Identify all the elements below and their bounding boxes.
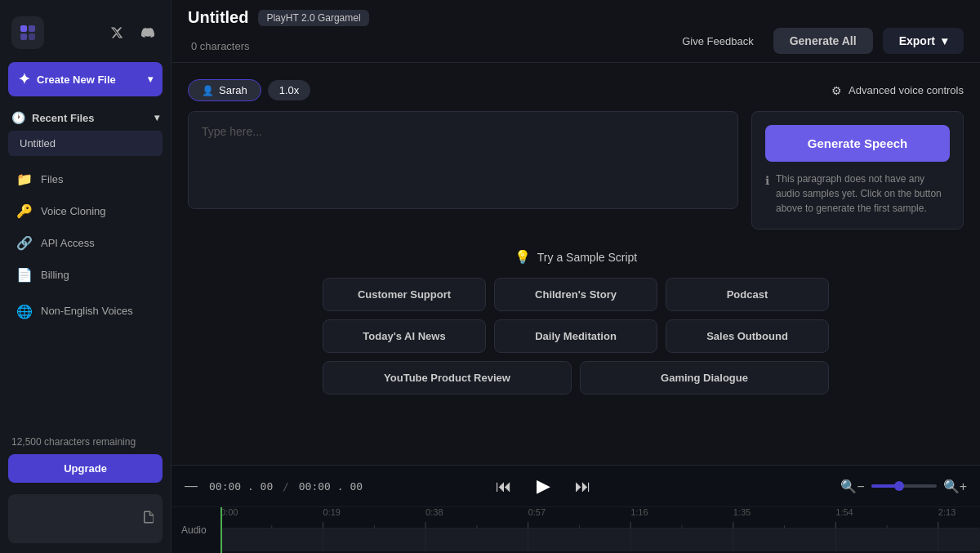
ruler-mark-5: 1:35: [733, 507, 751, 517]
ruler-mark-3: 0:57: [528, 507, 546, 517]
voice-bar: 👤 Sarah 1.0x ⚙ Advanced voice controls: [188, 79, 964, 101]
non-english-label: Non-English Voices: [41, 305, 133, 319]
ruler-mark-4: 1:16: [630, 507, 648, 517]
ruler-mark-1: 0:19: [323, 507, 341, 517]
audio-track-area: [220, 528, 980, 551]
page-title: Untitled: [188, 8, 248, 27]
main-content: Untitled PlayHT 2.0 Gargamel 0 character…: [172, 0, 980, 553]
export-button[interactable]: Export ▾: [883, 28, 964, 54]
recent-files-chevron-icon: ▾: [154, 112, 159, 123]
play-button[interactable]: ▶: [530, 472, 557, 500]
discord-icon[interactable]: [136, 21, 159, 44]
recent-files-label: Recent Files: [32, 112, 95, 124]
current-time: 00:00 . 00 / 00:00 . 00: [209, 480, 363, 493]
skip-back-button[interactable]: ⏮: [489, 474, 519, 499]
sample-script-podcast[interactable]: Podcast: [666, 278, 829, 311]
sample-script-todays-ai-news[interactable]: Today's AI News: [323, 319, 486, 353]
create-new-label: Create New File: [37, 74, 116, 86]
clock-icon: 🕐: [11, 111, 25, 124]
sample-script-sales-outbound[interactable]: Sales Outbound: [666, 319, 829, 353]
ruler-mark-0: 0:00: [220, 507, 238, 517]
editor-placeholder: Type here...: [202, 125, 262, 138]
playback-bar: — 00:00 . 00 / 00:00 . 00 ⏮ ▶ ⏭ 🔍− 🔍+: [172, 466, 980, 507]
sidebar-item-api-access[interactable]: 🔗 API Access: [8, 228, 163, 258]
lightbulb-icon: 💡: [514, 249, 531, 265]
ruler-mark-2: 0:38: [425, 507, 443, 517]
sidebar-item-voice-cloning[interactable]: 🔑 Voice Cloning: [8, 196, 163, 226]
recent-file-item-untitled[interactable]: Untitled: [8, 131, 163, 156]
sidebar-header: [0, 10, 171, 62]
generate-speech-button[interactable]: Generate Speech: [765, 125, 950, 162]
zoom-slider-fill: [871, 484, 898, 488]
create-new-chevron-icon: ▾: [148, 74, 153, 85]
skip-forward-button[interactable]: ⏭: [568, 474, 598, 499]
editor-split: Type here... Generate Speech ℹ This para…: [188, 111, 964, 230]
generate-panel: Generate Speech ℹ This paragraph does no…: [751, 111, 964, 230]
plus-icon: ✦: [18, 70, 30, 88]
twitter-icon[interactable]: [105, 21, 128, 44]
export-chevron-icon: ▾: [942, 34, 947, 47]
minus-icon[interactable]: —: [185, 479, 198, 493]
user-voice-icon: 👤: [202, 85, 214, 96]
api-icon: 🔗: [16, 235, 33, 251]
speed-selector[interactable]: 1.0x: [268, 80, 311, 100]
zoom-slider[interactable]: [871, 484, 937, 488]
advanced-voice-controls-button[interactable]: ⚙ Advanced voice controls: [831, 84, 964, 97]
playback-controls: ⏮ ▶ ⏭: [489, 472, 598, 500]
svg-rect-0: [20, 25, 27, 32]
api-access-label: API Access: [41, 237, 95, 249]
chars-remaining: 12,500 characters remaining: [11, 436, 159, 448]
zoom-slider-thumb: [894, 481, 904, 491]
info-icon: ℹ: [765, 172, 769, 216]
ruler-mark-7: 2:13: [938, 507, 956, 517]
sample-scripts-row-2: Today's AI News Daily Meditation Sales O…: [323, 319, 829, 353]
file-export-icon[interactable]: [141, 510, 156, 528]
header-actions: Give Feedback Generate All Export ▾: [672, 28, 964, 54]
zoom-in-button[interactable]: 🔍+: [943, 479, 967, 494]
billing-icon: 📄: [16, 267, 33, 283]
sample-script-childrens-story[interactable]: Children's Story: [494, 278, 657, 311]
sidebar: ✦ Create New File ▾ 🕐 Recent Files ▾ Unt…: [0, 0, 172, 553]
voice-name: Sarah: [219, 84, 247, 96]
files-label: Files: [41, 173, 63, 185]
sample-script-gaming-dialogue[interactable]: Gaming Dialogue: [580, 361, 829, 395]
recent-file-name: Untitled: [20, 137, 56, 149]
files-icon: 📁: [16, 172, 33, 187]
playhead[interactable]: [220, 507, 222, 553]
zoom-out-button[interactable]: 🔍−: [840, 479, 864, 494]
page-header: Untitled PlayHT 2.0 Gargamel 0 character…: [172, 0, 980, 63]
sample-script-daily-meditation[interactable]: Daily Meditation: [494, 319, 657, 353]
sidebar-item-non-english-voices[interactable]: 🌐 Non-English Voices: [8, 297, 163, 327]
zoom-controls: 🔍− 🔍+: [840, 479, 967, 494]
sample-script-customer-support[interactable]: Customer Support: [323, 278, 486, 311]
billing-label: Billing: [41, 269, 69, 281]
svg-rect-1: [29, 25, 35, 32]
voice-cloning-icon: 🔑: [16, 203, 33, 219]
controls-icon: ⚙: [831, 84, 842, 97]
timeline-footer: — 00:00 . 00 / 00:00 . 00 ⏮ ▶ ⏭ 🔍− 🔍+: [172, 465, 980, 553]
svg-rect-2: [20, 33, 27, 40]
sample-scripts-title: 💡 Try a Sample Script: [188, 249, 964, 265]
text-input-area[interactable]: Type here...: [188, 111, 738, 209]
generate-info-text: ℹ This paragraph does not have any audio…: [765, 172, 950, 216]
voice-selector[interactable]: 👤 Sarah: [188, 79, 261, 101]
recent-files-header[interactable]: 🕐 Recent Files ▾: [0, 105, 171, 131]
sidebar-item-billing[interactable]: 📄 Billing: [8, 260, 163, 290]
thumbnail-preview: [8, 494, 163, 543]
create-new-file-button[interactable]: ✦ Create New File ▾: [8, 62, 163, 96]
char-count: 0 characters: [191, 40, 250, 52]
upgrade-button[interactable]: Upgrade: [8, 454, 163, 483]
sample-script-youtube-product-review[interactable]: YouTube Product Review: [323, 361, 572, 395]
advanced-controls-label: Advanced voice controls: [849, 84, 964, 96]
timeline-ruler[interactable]: 0:00 0:19 0:38 0:57 1:16 1:35 1:54 2:13: [220, 507, 980, 553]
timeline-ticks: [220, 520, 980, 528]
app-logo: [11, 16, 44, 49]
timeline-track: Audio 0:00 0:19 0:38 0:57 1:16 1:35 1:54…: [172, 507, 980, 553]
sample-scripts-section: 💡 Try a Sample Script Customer Support C…: [188, 249, 964, 395]
sample-scripts-row-1: Customer Support Children's Story Podcas…: [323, 278, 829, 311]
social-links: [105, 21, 159, 44]
sidebar-item-files[interactable]: 📁 Files: [8, 164, 163, 194]
give-feedback-button[interactable]: Give Feedback: [672, 30, 763, 52]
speed-value: 1.0x: [279, 84, 300, 96]
generate-all-button[interactable]: Generate All: [773, 28, 873, 54]
